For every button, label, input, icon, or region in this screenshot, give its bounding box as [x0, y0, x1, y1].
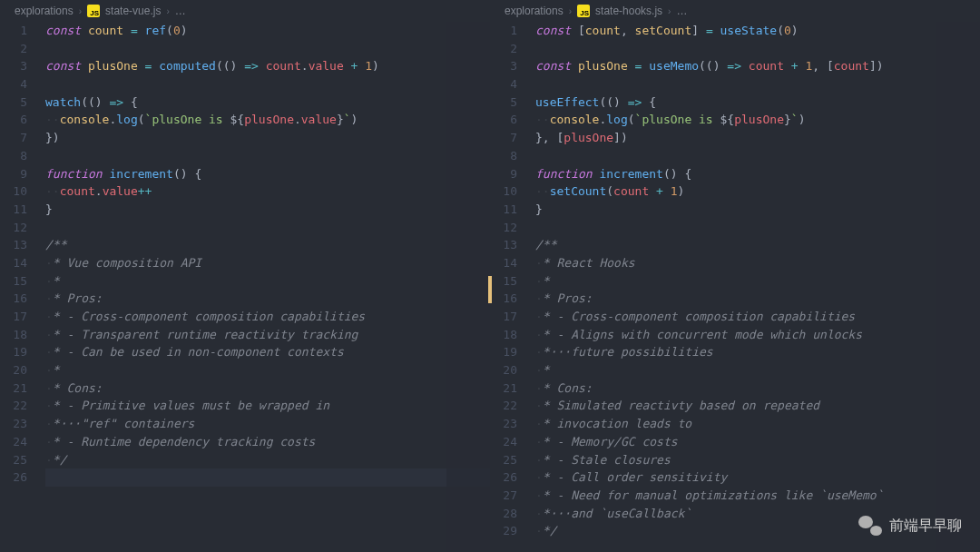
code-line[interactable]: ·* - Cross-component composition capabil…: [535, 308, 980, 326]
editor-pane-left: explorations › JS state-vue.js › … 12345…: [0, 0, 490, 552]
code-line[interactable]: ··console.log(`plusOne is ${plusOne}`): [535, 111, 980, 129]
code-content[interactable]: const [count, setCount] = useState(0) co…: [535, 22, 980, 552]
code-line[interactable]: const count = ref(0): [45, 22, 490, 40]
code-line[interactable]: const plusOne = computed(() => count.val…: [45, 57, 490, 75]
code-line[interactable]: }): [45, 129, 490, 147]
line-number: 22: [490, 397, 517, 415]
code-line[interactable]: [45, 219, 490, 237]
code-line[interactable]: ··console.log(`plusOne is ${plusOne.valu…: [45, 111, 490, 129]
line-number: 15: [0, 272, 27, 291]
line-number: 23: [0, 415, 27, 433]
line-number: 26: [490, 468, 517, 487]
code-line[interactable]: ··count.value++: [45, 182, 490, 201]
line-number: 1: [490, 22, 517, 40]
breadcrumb[interactable]: explorations › JS state-vue.js › …: [0, 0, 490, 22]
breadcrumb-trail[interactable]: …: [676, 5, 687, 17]
code-line[interactable]: ·* - Can be used in non-component contex…: [45, 343, 490, 361]
code-line[interactable]: ·* Pros:: [45, 290, 490, 308]
code-editor-left[interactable]: 1234567891011121314151617181920212223242…: [0, 22, 490, 552]
code-line[interactable]: const [count, setCount] = useState(0): [535, 22, 980, 40]
code-line[interactable]: ·* - Cross-component composition capabil…: [45, 308, 490, 326]
code-line[interactable]: ·* - Runtime dependency tracking costs: [45, 433, 490, 451]
line-number: 3: [490, 57, 517, 75]
line-number: 11: [490, 201, 517, 219]
watermark: 前端早早聊: [858, 516, 962, 536]
code-line[interactable]: function increment() {: [535, 165, 980, 183]
line-number: 18: [0, 326, 27, 344]
code-line[interactable]: ·* invocation leads to: [535, 415, 980, 433]
line-number: 5: [490, 94, 517, 112]
line-number: 10: [490, 182, 517, 201]
code-line[interactable]: ·*: [45, 272, 490, 291]
code-line[interactable]: ·* - Need for manual optimizations like …: [535, 487, 980, 505]
code-line[interactable]: ·* React Hooks: [535, 254, 980, 272]
line-number: 11: [0, 201, 27, 219]
code-line[interactable]: }, [plusOne]): [535, 129, 980, 147]
wechat-icon: [858, 516, 882, 536]
line-number: 10: [0, 182, 27, 201]
code-line[interactable]: ·* - Primitive values must be wrapped in: [45, 397, 490, 415]
line-number: 16: [0, 290, 27, 308]
line-number: 24: [490, 433, 517, 451]
minimap[interactable]: [446, 22, 490, 552]
code-line[interactable]: ·* Pros:: [535, 290, 980, 308]
code-line[interactable]: ·* Cons:: [535, 380, 980, 398]
code-line[interactable]: [45, 75, 490, 94]
code-line[interactable]: useEffect(() => {: [535, 94, 980, 112]
code-line[interactable]: ·* - Transparent runtime reactivity trac…: [45, 326, 490, 344]
code-line[interactable]: ·* Vue composition API: [45, 254, 490, 272]
code-line[interactable]: [535, 40, 980, 58]
code-line[interactable]: function increment() {: [45, 165, 490, 183]
code-line[interactable]: [535, 75, 980, 94]
breadcrumb-folder[interactable]: explorations: [505, 5, 564, 17]
code-line[interactable]: ·*: [535, 272, 980, 291]
chevron-right-icon: ›: [166, 6, 169, 16]
line-number: 8: [0, 147, 27, 165]
code-line[interactable]: [535, 219, 980, 237]
code-line[interactable]: ·*: [535, 361, 980, 380]
breadcrumb-trail[interactable]: …: [175, 5, 186, 17]
breadcrumb-folder[interactable]: explorations: [15, 5, 74, 17]
line-number: 28: [490, 505, 517, 523]
breadcrumb-file[interactable]: state-hooks.js: [595, 5, 662, 17]
chevron-right-icon: ›: [668, 6, 671, 16]
code-line[interactable]: ··setCount(count + 1): [535, 182, 980, 201]
line-number: 3: [0, 57, 27, 75]
line-number: 6: [0, 111, 27, 129]
code-line[interactable]: ·* Cons:: [45, 380, 490, 398]
code-line[interactable]: ·* - Call order sensitivity: [535, 468, 980, 487]
minimap[interactable]: [936, 22, 980, 552]
line-number: 8: [490, 147, 517, 165]
line-number: 2: [490, 40, 517, 58]
code-line[interactable]: ·*: [45, 361, 490, 380]
line-number: 13: [490, 236, 517, 254]
code-line[interactable]: [45, 40, 490, 58]
code-line[interactable]: }: [45, 201, 490, 219]
code-line[interactable]: }: [535, 201, 980, 219]
code-line[interactable]: ·*/: [45, 451, 490, 469]
line-number: 7: [490, 129, 517, 147]
code-line[interactable]: watch(() => {: [45, 94, 490, 112]
code-line[interactable]: /**: [535, 236, 980, 254]
code-line[interactable]: ·* Simulated reactivty based on repeated: [535, 397, 980, 415]
editor-pane-right: explorations › JS state-hooks.js › … 123…: [490, 0, 980, 552]
code-content[interactable]: const count = ref(0) const plusOne = com…: [45, 22, 490, 552]
line-number: 2: [0, 40, 27, 58]
breadcrumb-file[interactable]: state-vue.js: [105, 5, 161, 17]
code-line[interactable]: [45, 468, 490, 487]
line-number: 22: [0, 397, 27, 415]
line-number: 26: [0, 468, 27, 487]
code-line[interactable]: ·*···"ref" containers: [45, 415, 490, 433]
split-handle[interactable]: [488, 276, 492, 303]
line-number: 19: [0, 343, 27, 361]
code-line[interactable]: ·* - Memory/GC costs: [535, 433, 980, 451]
code-line[interactable]: [45, 147, 490, 165]
breadcrumb[interactable]: explorations › JS state-hooks.js › …: [490, 0, 980, 22]
code-line[interactable]: const plusOne = useMemo(() => count + 1,…: [535, 57, 980, 75]
code-line[interactable]: [535, 147, 980, 165]
code-line[interactable]: ·* - Aligns with concurrent mode which u…: [535, 326, 980, 344]
code-editor-right[interactable]: 1234567891011121314151617181920212223242…: [490, 22, 980, 552]
code-line[interactable]: ·* - Stale closures: [535, 451, 980, 469]
code-line[interactable]: ·*···future possibilities: [535, 343, 980, 361]
code-line[interactable]: /**: [45, 236, 490, 254]
